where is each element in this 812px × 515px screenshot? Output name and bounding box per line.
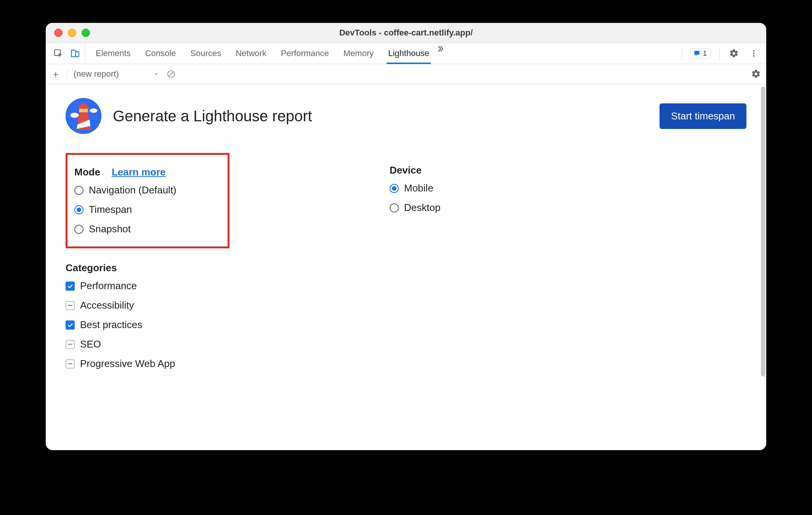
lighthouse-subbar: ＋ (new report) — [46, 64, 766, 84]
report-select-label: (new report) — [74, 69, 119, 79]
start-timespan-button[interactable]: Start timespan — [660, 103, 746, 129]
report-select[interactable]: (new report) — [74, 69, 159, 79]
checkbox-checked-icon — [66, 320, 75, 330]
device-option-label: Mobile — [404, 182, 433, 194]
svg-line-7 — [169, 72, 173, 76]
more-tabs-icon[interactable] — [435, 43, 446, 55]
category-option[interactable]: SEO — [66, 338, 746, 350]
devtools-tabs: ElementsConsoleSourcesNetworkPerformance… — [96, 43, 429, 64]
categories-heading: Categories — [66, 262, 117, 274]
device-heading-row: Device — [390, 164, 440, 176]
mode-section-highlight: Mode Learn more Navigation (Default)Time… — [66, 153, 229, 248]
traffic-lights — [54, 29, 90, 37]
checkbox-checked-icon — [66, 282, 75, 291]
issues-count: 1 — [703, 50, 707, 58]
checkbox-indeterminate-icon — [66, 301, 75, 310]
device-options: MobileDesktop — [390, 182, 440, 214]
category-option[interactable]: Progressive Web App — [66, 358, 746, 370]
svg-point-4 — [753, 53, 754, 54]
chevron-down-icon — [153, 71, 159, 77]
radio-icon — [74, 205, 83, 214]
categories-options: PerformanceAccessibilityBest practicesSE… — [66, 280, 746, 370]
svg-point-3 — [753, 50, 754, 52]
divider — [682, 48, 682, 59]
device-option[interactable]: Desktop — [390, 202, 440, 214]
category-option[interactable]: Best practices — [66, 319, 746, 331]
category-option[interactable]: Performance — [66, 280, 746, 292]
tab-sources[interactable]: Sources — [190, 43, 221, 64]
mode-options: Navigation (Default)TimespanSnapshot — [74, 184, 224, 235]
radio-icon — [390, 203, 399, 212]
tab-console[interactable]: Console — [145, 43, 176, 64]
lighthouse-panel: Generate a Lighthouse report Start times… — [46, 84, 766, 450]
learn-more-link[interactable]: Learn more — [112, 166, 166, 178]
divider — [67, 69, 67, 79]
tabstrip-right: 1 — [682, 43, 763, 64]
mode-option-label: Navigation (Default) — [89, 184, 177, 196]
titlebar: DevTools - coffee-cart.netlify.app/ — [46, 23, 766, 43]
tab-elements[interactable]: Elements — [96, 43, 131, 64]
device-section: Device MobileDesktop — [390, 164, 440, 248]
minimize-window-button[interactable] — [68, 29, 76, 37]
radio-icon — [74, 225, 83, 234]
clear-icon[interactable] — [165, 68, 177, 80]
kebab-menu-icon[interactable] — [748, 48, 759, 59]
options-row: Mode Learn more Navigation (Default)Time… — [66, 164, 746, 248]
category-option-label: Accessibility — [80, 299, 134, 311]
svg-rect-12 — [79, 109, 88, 112]
tab-lighthouse[interactable]: Lighthouse — [388, 43, 429, 64]
mode-option[interactable]: Timespan — [74, 204, 224, 216]
panel-header: Generate a Lighthouse report Start times… — [66, 98, 746, 134]
device-heading: Device — [390, 164, 422, 176]
mode-heading-row: Mode Learn more — [74, 166, 224, 178]
svg-point-9 — [70, 113, 79, 118]
category-option-label: Performance — [80, 280, 137, 292]
new-report-icon[interactable]: ＋ — [50, 69, 61, 79]
mode-option[interactable]: Snapshot — [74, 223, 224, 235]
device-toggle-icon[interactable] — [69, 48, 81, 59]
close-window-button[interactable] — [54, 29, 63, 37]
category-option-label: Progressive Web App — [80, 358, 175, 370]
svg-rect-2 — [75, 52, 79, 57]
settings-icon[interactable] — [728, 48, 740, 59]
tab-performance[interactable]: Performance — [281, 43, 329, 64]
window-title: DevTools - coffee-cart.netlify.app/ — [46, 28, 766, 38]
category-option[interactable]: Accessibility — [66, 299, 746, 311]
device-option-label: Desktop — [404, 202, 440, 214]
device-option[interactable]: Mobile — [390, 182, 440, 194]
devtools-window: DevTools - coffee-cart.netlify.app/ — [46, 23, 766, 450]
mode-heading: Mode — [74, 166, 100, 178]
scrollbar-thumb[interactable] — [761, 87, 765, 377]
divider — [719, 48, 720, 59]
svg-rect-1 — [71, 50, 75, 56]
issues-icon — [693, 50, 701, 57]
lighthouse-logo-icon — [66, 98, 101, 134]
devtools-tabstrip: ElementsConsoleSourcesNetworkPerformance… — [46, 43, 766, 64]
mode-option-label: Timespan — [89, 204, 132, 216]
categories-section: Categories PerformanceAccessibilityBest … — [66, 262, 746, 370]
checkbox-indeterminate-icon — [66, 359, 75, 369]
page-title: Generate a Lighthouse report — [113, 108, 312, 125]
category-option-label: Best practices — [80, 319, 142, 331]
tab-memory[interactable]: Memory — [343, 43, 374, 64]
panel-settings-icon[interactable] — [750, 68, 762, 80]
tab-network[interactable]: Network — [236, 43, 266, 64]
issues-badge[interactable]: 1 — [690, 48, 711, 59]
categories-heading-row: Categories — [66, 262, 746, 274]
tabstrip-left — [49, 43, 85, 64]
mode-option-label: Snapshot — [89, 223, 131, 235]
inspect-element-icon[interactable] — [53, 48, 64, 59]
radio-icon — [390, 184, 399, 193]
svg-point-10 — [90, 108, 98, 113]
svg-point-5 — [753, 55, 754, 56]
checkbox-indeterminate-icon — [66, 340, 75, 349]
category-option-label: SEO — [80, 338, 101, 350]
maximize-window-button[interactable] — [82, 29, 90, 37]
mode-option[interactable]: Navigation (Default) — [74, 184, 224, 196]
radio-icon — [74, 186, 83, 195]
